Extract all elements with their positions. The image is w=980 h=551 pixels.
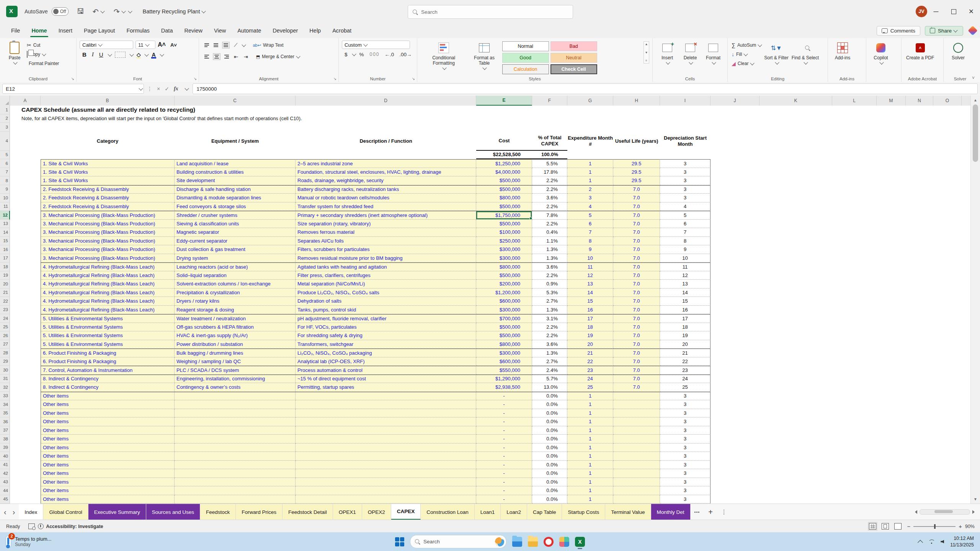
row-header-24[interactable]: 24: [0, 314, 10, 323]
cell-pct[interactable]: 3.6%: [532, 340, 567, 349]
cell-category[interactable]: 3. Mechanical Processing (Black-Mass Pro…: [41, 254, 175, 263]
hscroll-right-icon[interactable]: [972, 510, 975, 514]
cell-cost[interactable]: -: [476, 400, 532, 409]
format-cells-button[interactable]: Format: [703, 41, 723, 65]
cell-month[interactable]: 1: [567, 168, 613, 177]
cell-cost[interactable]: $100,000: [476, 228, 532, 237]
cell[interactable]: [10, 486, 41, 495]
cell-pct[interactable]: 2.2%: [532, 220, 567, 228]
cell-description[interactable]: Separates Al/Cu foils: [296, 237, 476, 246]
cell-cost[interactable]: -: [476, 435, 532, 443]
header-dep[interactable]: Depreciation Start Month: [660, 132, 710, 151]
cell-month[interactable]: 11: [567, 262, 613, 271]
cell-cost[interactable]: $700,000: [476, 314, 532, 323]
row-header-4[interactable]: 4: [0, 132, 10, 151]
sheet-tab-executive-summary[interactable]: Executive Summary: [88, 504, 146, 520]
cell-life[interactable]: 29.5: [613, 176, 660, 185]
cell-life[interactable]: 7.0: [613, 357, 660, 366]
menu-tab-data[interactable]: Data: [155, 23, 179, 38]
horizontal-scrollbar[interactable]: [915, 504, 975, 520]
cell[interactable]: [10, 383, 41, 392]
row-header-44[interactable]: 44: [0, 486, 10, 495]
insert-function-icon[interactable]: fx: [174, 86, 178, 92]
cell[interactable]: [10, 211, 41, 220]
cell-dep[interactable]: 3: [660, 478, 710, 487]
cell[interactable]: [10, 254, 41, 263]
cell-dep[interactable]: 25: [660, 383, 710, 392]
cell-month[interactable]: 5: [567, 211, 613, 220]
fill-dropdown-icon[interactable]: [744, 52, 748, 56]
cell-cost[interactable]: -: [476, 392, 532, 401]
cell-dep[interactable]: 10: [660, 254, 710, 263]
cell-category[interactable]: Other items: [41, 443, 175, 452]
row-header-5[interactable]: 5: [0, 151, 10, 160]
row-header-38[interactable]: 38: [0, 435, 10, 443]
cell-description[interactable]: [296, 435, 476, 443]
comments-button[interactable]: Comments: [877, 26, 920, 36]
cell-month[interactable]: 3: [567, 194, 613, 202]
cell-cost[interactable]: $250,000: [476, 237, 532, 246]
menu-tab-developer[interactable]: Developer: [267, 23, 304, 38]
row-header-8[interactable]: 8: [0, 176, 10, 185]
row-header-30[interactable]: 30: [0, 366, 10, 375]
cell-pct[interactable]: 5.3%: [532, 289, 567, 297]
scroll-up-icon[interactable]: ▲: [973, 96, 977, 104]
row-header-18[interactable]: 18: [0, 262, 10, 271]
column-header-A[interactable]: A: [10, 96, 41, 106]
menu-tab-acrobat[interactable]: Acrobat: [327, 23, 357, 38]
page-break-view-icon[interactable]: [894, 523, 902, 530]
sheet-tab-construction-loan[interactable]: Construction Loan: [421, 504, 475, 520]
cell-month[interactable]: 1: [567, 495, 613, 504]
sheet-tab-index[interactable]: Index: [19, 504, 43, 520]
cell-cost[interactable]: $300,000: [476, 349, 532, 357]
cell-cost[interactable]: $600,000: [476, 297, 532, 306]
cell-equipment[interactable]: Dust collection & gas treatment: [175, 245, 296, 254]
enter-icon[interactable]: ✓: [165, 86, 169, 92]
row-header-43[interactable]: 43: [0, 478, 10, 487]
cell-pct[interactable]: 2.7%: [532, 357, 567, 366]
cell-category[interactable]: 5. Utilities & Environmental Systems: [41, 340, 175, 349]
column-header-G[interactable]: G: [567, 96, 613, 106]
cell[interactable]: [10, 400, 41, 409]
column-header-M[interactable]: M: [877, 96, 906, 106]
cell-equipment[interactable]: Building construction & utilities: [175, 168, 296, 177]
cell-dep[interactable]: 3: [660, 400, 710, 409]
cell-month[interactable]: 1: [567, 392, 613, 401]
cell-pct[interactable]: 2.2%: [532, 185, 567, 194]
cell-equipment[interactable]: Water treatment / neutralization: [175, 314, 296, 323]
cell-dep[interactable]: 3: [660, 443, 710, 452]
cell-month[interactable]: 1: [567, 159, 613, 168]
cell-dep[interactable]: 15: [660, 297, 710, 306]
cell[interactable]: [10, 176, 41, 185]
cell-month[interactable]: 22: [567, 357, 613, 366]
merge-center-button[interactable]: ⬒Merge & Center: [256, 52, 301, 61]
cell-category[interactable]: 7. Control, Automation & Instrumentation: [41, 366, 175, 375]
addins-button[interactable]: Add-ins: [833, 41, 853, 61]
cell[interactable]: [10, 375, 41, 383]
total-pct[interactable]: 100.0%: [532, 151, 567, 160]
menu-tab-file[interactable]: File: [5, 23, 26, 38]
percent-style-icon[interactable]: %: [357, 52, 367, 57]
cell-cost[interactable]: $1,200,000: [476, 289, 532, 297]
cell-cost[interactable]: $1,750,000: [476, 211, 532, 220]
cell-dep[interactable]: 11: [660, 262, 710, 271]
cell-cost[interactable]: $800,000: [476, 262, 532, 271]
cell[interactable]: [10, 349, 41, 357]
cell-description[interactable]: Removes residual moisture prior to BM ba…: [296, 254, 476, 263]
create-pdf-button[interactable]: ACreate a PDF: [906, 41, 934, 61]
clipboard-dialog-launcher-icon[interactable]: ↘: [71, 77, 74, 81]
cell-pct[interactable]: 1.1%: [532, 237, 567, 246]
cell-dep[interactable]: 24: [660, 375, 710, 383]
cell-category[interactable]: 4. Hydrometallurgical Refining (Black-Ma…: [41, 297, 175, 306]
app-icon[interactable]: [559, 537, 569, 547]
row-header-3[interactable]: 3: [0, 123, 10, 132]
cell-equipment[interactable]: Precipitation & crystallization: [175, 289, 296, 297]
cell[interactable]: [10, 159, 41, 168]
sheet-tab-loan1[interactable]: Loan1: [475, 504, 501, 520]
cell-dep[interactable]: 3: [660, 486, 710, 495]
header-category[interactable]: Category: [41, 132, 175, 151]
cell-category[interactable]: 8. Indirect & Contingency: [41, 375, 175, 383]
cell-cost[interactable]: $300,000: [476, 254, 532, 263]
zoom-level[interactable]: 90%: [965, 524, 975, 529]
font-color-dropdown-icon[interactable]: [160, 52, 164, 56]
